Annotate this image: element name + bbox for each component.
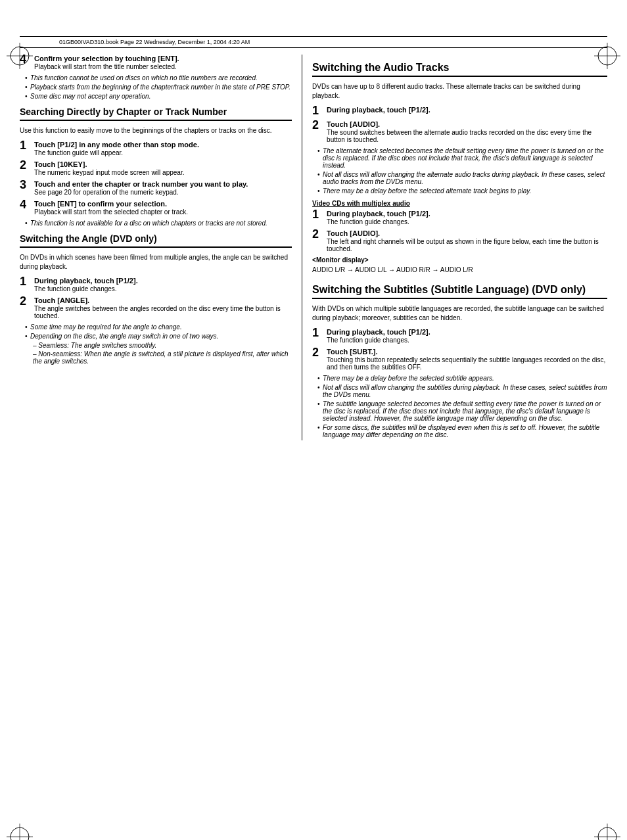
corner-mark-bl <box>7 824 33 840</box>
subtitles-step-1-content: During playback, touch [P1/2]. The funct… <box>327 328 607 344</box>
subtitles-step-2-num: 2 <box>312 346 327 358</box>
subtitles-step-1: 1 During playback, touch [P1/2]. The fun… <box>312 328 607 344</box>
vcd-step-2-desc: The left and right channels will be outp… <box>327 238 607 252</box>
angle-step-1-desc: The function guide changes. <box>34 285 292 292</box>
chapter-step-4: 4 Touch [ENT] to confirm your selection.… <box>20 200 292 216</box>
chapter-step-1: 1 Touch [P1/2] in any mode other than st… <box>20 141 292 156</box>
angle-note-2: Depending on the disc, the angle may swi… <box>25 333 292 340</box>
chapter-step-2-title: Touch [10KEY]. <box>34 160 292 168</box>
chapter-step-2-content: Touch [10KEY]. The numeric keypad input … <box>34 160 292 176</box>
note-top-3: Some disc may not accept any operation. <box>25 93 292 100</box>
chapter-step-4-num: 4 <box>20 198 34 210</box>
section-angle-intro: On DVDs in which scenes have been filmed… <box>20 253 292 271</box>
subtitles-step-2-desc: Touching this button repeatedly selects … <box>327 356 607 371</box>
angle-step-1: 1 During playback, touch [P1/2]. The fun… <box>20 277 292 292</box>
vcd-step-1-title: During playback, touch [P1/2]. <box>327 210 607 218</box>
chapter-step-3-num: 3 <box>20 179 34 191</box>
vcd-step-2-title: Touch [AUDIO]. <box>327 229 607 237</box>
step4-desc: Playback will start from the title numbe… <box>34 63 292 70</box>
chapter-step-4-title: Touch [ENT] to confirm your selection. <box>34 200 292 208</box>
audio-note-1: The alternate track selected becomes the… <box>317 147 607 169</box>
angle-dash-2: Non-seamless: When the angle is switched… <box>33 350 292 365</box>
vcd-label: Video CDs with multiplex audio <box>312 200 607 207</box>
chapter-step-3-content: Touch and enter the chapter or track num… <box>34 180 292 196</box>
subtitles-note-3: The subtitle language selected becomes t… <box>317 400 607 422</box>
section-audio-intro: DVDs can have up to 8 different audio tr… <box>312 82 607 101</box>
corner-mark-tr <box>594 43 620 69</box>
subtitles-note-2: Not all discs will allow changing the su… <box>317 384 607 398</box>
chapter-note: This function is not available for a dis… <box>25 220 292 227</box>
note-top-2: Playback starts from the beginning of th… <box>25 83 292 91</box>
left-column: 4 Confirm your selection by touching [EN… <box>20 55 302 440</box>
chapter-step-4-desc: Playback will start from the selected ch… <box>34 208 292 216</box>
chapter-step-3-desc: See page 20 for operation of the numeric… <box>34 189 292 196</box>
subtitles-step-1-num: 1 <box>312 327 327 338</box>
subtitles-step-1-desc: The function guide changes. <box>327 337 607 344</box>
angle-step-2-num: 2 <box>20 295 34 307</box>
audio-step-1-num: 1 <box>312 105 327 116</box>
section-chapter-heading: Searching Directly by Chapter or Track N… <box>20 106 292 121</box>
subtitles-step-2-title: Touch [SUBT.]. <box>327 348 607 356</box>
audio-note-2: Not all discs will allow changing the al… <box>317 171 607 185</box>
chapter-step-2-num: 2 <box>20 159 34 171</box>
chapter-step-3-title: Touch and enter the chapter or track num… <box>34 180 292 188</box>
chapter-step-1-num: 1 <box>20 139 34 151</box>
header-text: 01GB00IVAD310.book Page 22 Wednesday, De… <box>59 39 250 45</box>
chapter-step-3: 3 Touch and enter the chapter or track n… <box>20 180 292 196</box>
corner-mark-br <box>594 824 620 840</box>
vcd-step-1-desc: The function guide changes. <box>327 218 607 225</box>
section-audio-heading: Switching the Audio Tracks <box>312 61 607 77</box>
section-chapter-intro: Use this function to easily move to the … <box>20 126 292 135</box>
subtitles-note-1: There may be a delay before the selected… <box>317 375 607 382</box>
page-container: 01GB00IVAD310.book Page 22 Wednesday, De… <box>0 36 627 840</box>
angle-step-2-content: Touch [ANGLE]. The angle switches betwee… <box>34 296 292 319</box>
step4-title: Confirm your selection by touching [ENT]… <box>34 55 292 62</box>
audio-step-2-num: 2 <box>312 119 327 131</box>
corner-mark-tl <box>7 43 33 69</box>
angle-step-1-num: 1 <box>20 275 34 287</box>
angle-step-2-desc: The angle switches between the angles re… <box>34 305 292 319</box>
header-bar: 01GB00IVAD310.book Page 22 Wednesday, De… <box>20 36 607 48</box>
chapter-step-2: 2 Touch [10KEY]. The numeric keypad inpu… <box>20 160 292 176</box>
subtitles-note-4: For some discs, the subtitles will be di… <box>317 424 607 438</box>
angle-note-1: Some time may be required for the angle … <box>25 323 292 331</box>
monitor-display-value: AUDIO L/R → AUDIO L/L → AUDIO R/R → AUDI… <box>312 266 607 273</box>
angle-dash-1: Seamless: The angle switches smoothly. <box>33 342 292 349</box>
vcd-step-1-num: 1 <box>312 208 327 220</box>
chapter-step-1-title: Touch [P1/2] in any mode other than stop… <box>34 141 292 149</box>
vcd-step-1: 1 During playback, touch [P1/2]. The fun… <box>312 210 607 225</box>
angle-step-1-content: During playback, touch [P1/2]. The funct… <box>34 277 292 292</box>
audio-step-1-title: During playback, touch [P1/2]. <box>327 106 607 114</box>
angle-step-1-title: During playback, touch [P1/2]. <box>34 277 292 285</box>
audio-step-2: 2 Touch [AUDIO]. The sound switches betw… <box>312 120 607 143</box>
section-subtitles-heading: Switching the Subtitles (Subtitle Langua… <box>312 283 607 299</box>
audio-step-2-title: Touch [AUDIO]. <box>327 120 607 128</box>
audio-step-2-desc: The sound switches between the alternate… <box>327 129 607 143</box>
section-angle-heading: Switching the Angle (DVD only) <box>20 233 292 248</box>
vcd-step-2: 2 Touch [AUDIO]. The left and right chan… <box>312 229 607 252</box>
right-column: Switching the Audio Tracks DVDs can have… <box>302 55 607 440</box>
step4-content: Confirm your selection by touching [ENT]… <box>34 55 292 70</box>
vcd-step-2-content: Touch [AUDIO]. The left and right channe… <box>327 229 607 252</box>
audio-note-3: There may be a delay before the selected… <box>317 187 607 195</box>
angle-step-2-title: Touch [ANGLE]. <box>34 296 292 304</box>
chapter-step-1-content: Touch [P1/2] in any mode other than stop… <box>34 141 292 156</box>
vcd-step-1-content: During playback, touch [P1/2]. The funct… <box>327 210 607 225</box>
audio-step-1: 1 During playback, touch [P1/2]. <box>312 106 607 116</box>
monitor-display-label: <Monitor display> <box>312 256 607 264</box>
vcd-step-2-num: 2 <box>312 228 327 240</box>
angle-step-2: 2 Touch [ANGLE]. The angle switches betw… <box>20 296 292 319</box>
note-top-1: This function cannot be used on discs on… <box>25 74 292 82</box>
subtitles-step-2-content: Touch [SUBT.]. Touching this button repe… <box>327 348 607 371</box>
chapter-step-4-content: Touch [ENT] to confirm your selection. P… <box>34 200 292 216</box>
subtitles-step-2: 2 Touch [SUBT.]. Touching this button re… <box>312 348 607 371</box>
audio-step-1-content: During playback, touch [P1/2]. <box>327 106 607 114</box>
section-subtitles-intro: With DVDs on which multiple subtitle lan… <box>312 304 607 323</box>
step4-top: 4 Confirm your selection by touching [EN… <box>20 55 292 70</box>
subtitles-step-1-title: During playback, touch [P1/2]. <box>327 328 607 336</box>
main-content: 4 Confirm your selection by touching [EN… <box>20 48 607 440</box>
chapter-step-1-desc: The function guide will appear. <box>34 149 292 156</box>
chapter-step-2-desc: The numeric keypad input mode screen wil… <box>34 169 292 176</box>
audio-step-2-content: Touch [AUDIO]. The sound switches betwee… <box>327 120 607 143</box>
